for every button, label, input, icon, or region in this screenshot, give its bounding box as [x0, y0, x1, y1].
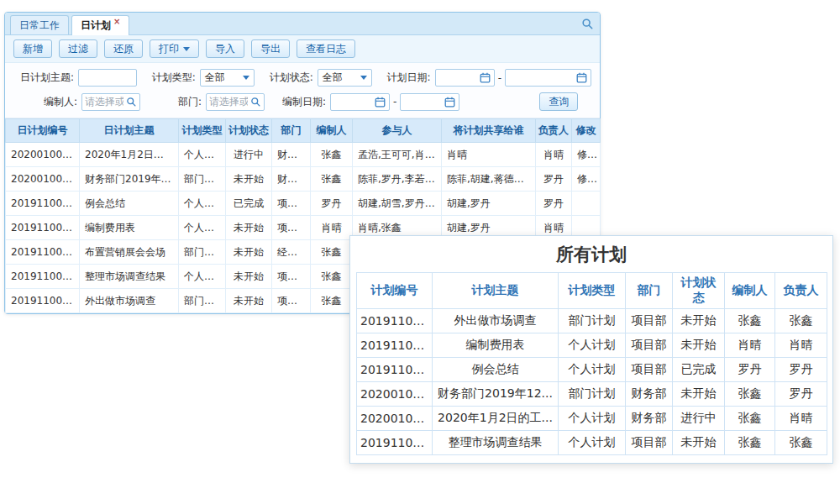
cell-modify-link[interactable]: 修改: [572, 143, 601, 167]
column-header: 计划编号: [357, 273, 433, 309]
cell-participants: 孟浩,王可可,肖晴,张鑫: [353, 143, 442, 167]
table-row: 2020010001 财务部门2019年12月的... 部门计划 未开始 财务部…: [6, 167, 601, 192]
range-separator: -: [393, 96, 396, 108]
dept-input[interactable]: [207, 95, 250, 109]
calendar-icon[interactable]: [480, 72, 491, 83]
dept-picker-input[interactable]: [206, 93, 265, 111]
restore-button[interactable]: 还原: [104, 39, 143, 58]
search-icon[interactable]: [250, 97, 260, 107]
range-separator: -: [498, 72, 501, 84]
cell-owner: 罗丹: [775, 358, 827, 382]
cell-modify-link[interactable]: [572, 192, 601, 216]
cell-dept: 项目部: [626, 431, 673, 455]
cell-subject[interactable]: 布置营销展会会场: [80, 240, 179, 265]
cell-creator: 张鑫: [725, 431, 775, 455]
cell-plan-id[interactable]: 2019110004: [6, 216, 80, 240]
date-input[interactable]: [331, 95, 375, 109]
plan-date-to-input[interactable]: [505, 69, 591, 87]
cell-plan-id[interactable]: 2020010002: [6, 143, 80, 167]
date-input[interactable]: [506, 71, 576, 85]
calendar-icon[interactable]: [444, 97, 455, 108]
cell-type: 部门计划: [559, 309, 626, 333]
cell-plan-id[interactable]: 2019110002: [6, 265, 80, 289]
column-header[interactable]: 部门: [272, 119, 311, 143]
cell-subject[interactable]: 例会总结: [80, 192, 179, 216]
table-row: 2020010002 2020年1月2日的工作日... 个人计划 进行中 财务部…: [6, 143, 601, 167]
table-row: 2019110004 编制费用表 个人计划 项目部 未开始 肖晴 肖晴: [357, 333, 827, 358]
cell-owner[interactable]: 罗丹: [536, 167, 572, 192]
column-header[interactable]: 编制人: [311, 119, 353, 143]
subject-filter-input[interactable]: [78, 69, 137, 87]
creator-picker-input[interactable]: [81, 93, 140, 111]
cell-plan-id[interactable]: 2020010001: [6, 167, 80, 192]
cell-subject[interactable]: 外出做市场调查: [80, 289, 179, 313]
calendar-icon[interactable]: [576, 72, 587, 83]
search-icon[interactable]: [126, 97, 136, 107]
cell-status: 进行中: [226, 143, 272, 167]
status-select[interactable]: 全部: [318, 69, 372, 87]
column-header: 计划状态: [673, 273, 725, 309]
cell-owner[interactable]: 罗丹: [536, 192, 572, 216]
cell-owner[interactable]: 肖晴: [536, 143, 572, 167]
column-header[interactable]: 修改: [572, 119, 601, 143]
cell-creator: 张鑫: [311, 265, 353, 289]
tab-daily-work[interactable]: 日常工作: [10, 15, 69, 34]
cell-subject[interactable]: 财务部门2019年12月的...: [80, 167, 179, 192]
table-row: 2019110005 例会总结 个人计划 已完成 项目部 罗丹 胡建,胡雪,罗丹…: [6, 192, 601, 216]
column-header[interactable]: 参与人: [353, 119, 442, 143]
cell-dept: 财务部: [272, 143, 311, 167]
column-header[interactable]: 将计划共享给谁: [442, 119, 536, 143]
status-filter-label: 计划状态:: [267, 71, 313, 85]
date-input[interactable]: [401, 95, 444, 109]
column-header[interactable]: 日计划主题: [80, 119, 179, 143]
column-header[interactable]: 计划类型: [179, 119, 226, 143]
cell-subject[interactable]: 2020年1月2日的工作日...: [80, 143, 179, 167]
cell-type: 个人计划: [179, 216, 226, 240]
filter-panel: 日计划主题: 计划类型: 全部 计划状态: 全部 计划日期: -: [5, 63, 600, 118]
cell-participants: 陈菲,罗丹,李若若,罗...: [353, 167, 442, 192]
date-input[interactable]: [436, 71, 480, 85]
calendar-icon[interactable]: [375, 97, 386, 108]
subject-filter-label: 日计划主题:: [13, 71, 74, 85]
search-icon[interactable]: [581, 18, 593, 29]
cell-subject[interactable]: 整理市场调查结果: [80, 265, 179, 289]
column-header[interactable]: 计划状态: [226, 119, 272, 143]
cell-status: 未开始: [673, 309, 725, 333]
cell-plan-id: 2020010002: [357, 407, 433, 431]
cell-plan-id[interactable]: 2019110003: [6, 240, 80, 265]
cell-status: 未开始: [226, 167, 272, 192]
tab-daily-plan[interactable]: 日计划×: [71, 15, 129, 35]
create-date-label: 编制日期:: [277, 95, 326, 109]
table-header-row: 计划编号计划主题计划类型部门计划状态编制人负责人: [357, 273, 827, 309]
query-button[interactable]: 查询: [539, 92, 578, 111]
cell-dept: 项目部: [272, 192, 311, 216]
cell-status: 进行中: [673, 407, 725, 431]
cell-subject: 编制费用表: [433, 333, 559, 358]
create-date-to-input[interactable]: [400, 93, 459, 111]
cell-plan-id[interactable]: 2019110001: [6, 289, 80, 313]
cell-plan-id: 2019110005: [357, 358, 433, 382]
cell-plan-id[interactable]: 2019110005: [6, 192, 80, 216]
import-button[interactable]: 导入: [206, 39, 244, 58]
cell-owner: 张鑫: [775, 431, 827, 455]
filter-button[interactable]: 过滤: [59, 39, 97, 58]
status-select-value: 全部: [323, 71, 343, 85]
column-header[interactable]: 日计划编号: [6, 119, 80, 143]
cell-creator: 罗丹: [725, 358, 775, 382]
cell-subject: 外出做市场调查: [433, 309, 559, 333]
tab-close-icon[interactable]: ×: [113, 17, 120, 26]
cell-subject[interactable]: 编制费用表: [80, 216, 179, 240]
dept-filter-label: 部门:: [153, 95, 202, 109]
cell-dept: 项目部: [272, 289, 311, 313]
view-log-button[interactable]: 查看日志: [297, 39, 355, 58]
cell-creator: 张鑫: [311, 240, 353, 265]
add-button[interactable]: 新增: [13, 39, 52, 58]
print-button[interactable]: 打印: [150, 39, 199, 58]
type-select[interactable]: 全部: [200, 69, 255, 87]
creator-input[interactable]: [82, 95, 126, 109]
cell-modify-link[interactable]: 修改: [572, 167, 601, 192]
plan-date-from-input[interactable]: [435, 69, 495, 87]
export-button[interactable]: 导出: [251, 39, 290, 58]
column-header[interactable]: 负责人: [536, 119, 572, 143]
create-date-from-input[interactable]: [330, 93, 390, 111]
